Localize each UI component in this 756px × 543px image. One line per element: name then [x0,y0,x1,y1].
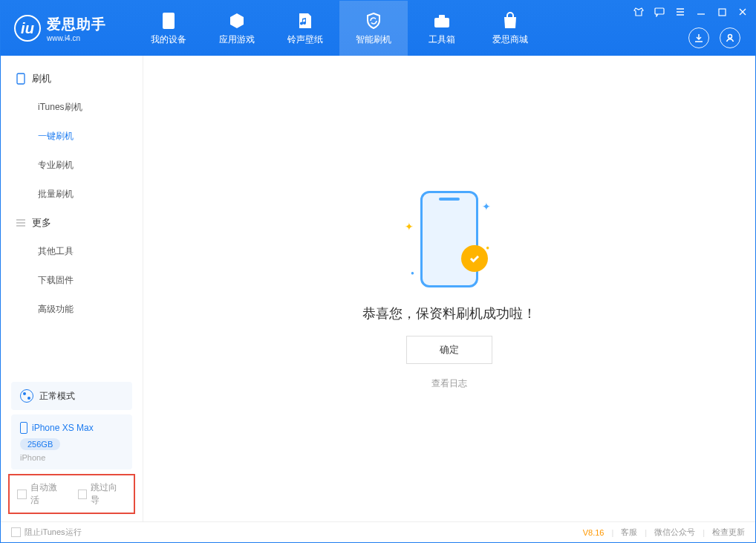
sidebar-item-itunes-flash[interactable]: iTunes刷机 [1,93,143,122]
shield-refresh-icon [364,11,383,30]
sparkle-icon: ✦ [405,221,414,233]
nav-tab-toolbox[interactable]: 工具箱 [408,1,476,56]
checkbox-label: 阻止iTunes运行 [25,527,82,538]
svg-rect-1 [434,18,449,27]
sidebar-item-batch-flash[interactable]: 批量刷机 [1,180,143,209]
footer-link-update[interactable]: 检查更新 [712,527,745,538]
menu-icon[interactable] [674,5,687,19]
svg-point-5 [729,35,732,39]
bag-icon [501,11,520,30]
group-title: 刷机 [32,72,51,85]
sidebar-group-flash: 刷机 [1,65,143,93]
phone-icon [16,74,26,84]
version-label: V8.16 [583,528,605,537]
nav-tab-flash[interactable]: 智能刷机 [339,1,408,56]
ok-button[interactable]: 确定 [406,336,492,364]
nav-label: 爱思商城 [492,33,528,46]
device-icon [159,11,178,30]
svg-rect-0 [163,13,175,29]
svg-rect-2 [439,15,445,19]
phone-mini-icon [20,422,27,434]
svg-rect-6 [17,74,25,84]
mode-icon [20,389,33,403]
list-icon [16,218,26,228]
header-actions [688,27,740,48]
app-subtitle: www.i4.cn [47,34,106,42]
nav-label: 工具箱 [428,33,455,46]
footer-link-support[interactable]: 客服 [621,527,637,538]
close-button[interactable] [736,5,749,19]
device-name: iPhone XS Max [32,423,94,433]
sidebar-group-more: 更多 [1,209,143,237]
nav-tab-store[interactable]: 爱思商城 [476,1,544,56]
footer-link-wechat[interactable]: 微信公众号 [654,527,695,538]
sidebar-item-download-firmware[interactable]: 下载固件 [1,266,143,295]
logo-icon: iu [14,15,41,42]
nav-label: 铃声壁纸 [287,33,323,46]
toolbox-icon [432,11,452,30]
feedback-icon[interactable] [653,5,666,19]
device-storage-badge: 256GB [20,438,60,450]
svg-rect-3 [655,8,664,14]
main-content: ✦ ✦ ● ● 恭喜您，保资料刷机成功啦！ 确定 查看日志 [143,56,755,521]
nav-tabs: 我的设备 应用游戏 铃声壁纸 智能刷机 工具箱 爱思商城 [134,1,544,56]
sidebar: 刷机 iTunes刷机 一键刷机 专业刷机 批量刷机 更多 其他工具 下载固件 … [1,56,143,521]
success-message: 恭喜您，保资料刷机成功啦！ [362,305,536,322]
checkbox-auto-activate[interactable]: 自动激活 [17,481,66,507]
checkbox-label: 自动激活 [30,481,66,507]
user-button[interactable] [720,27,740,48]
checkbox-box [17,490,27,499]
minimize-button[interactable] [694,5,708,19]
checkbox-box [11,527,21,537]
download-button[interactable] [688,27,709,48]
check-badge-icon [461,245,488,272]
sparkle-icon: ● [411,270,414,276]
nav-label: 我的设备 [151,33,186,46]
success-illustration: ✦ ✦ ● ● [397,187,501,291]
app-logo: iu 爱思助手 www.i4.cn [1,15,120,42]
checkbox-skip-guide[interactable]: 跳过向导 [78,481,127,507]
shirt-icon[interactable] [632,5,645,19]
device-card[interactable]: iPhone XS Max 256GB iPhone [11,414,132,469]
checkbox-block-itunes[interactable]: 阻止iTunes运行 [11,527,82,538]
sparkle-icon: ● [486,244,489,251]
app-title: 爱思助手 [47,15,106,34]
nav-tab-apps-games[interactable]: 应用游戏 [203,1,271,56]
highlighted-checkbox-row: 自动激活 跳过向导 [8,474,135,514]
nav-tab-ringtones[interactable]: 铃声壁纸 [271,1,339,56]
mode-label: 正常模式 [39,390,75,403]
phone-illustration [420,191,478,287]
nav-tab-my-device[interactable]: 我的设备 [134,1,203,56]
checkbox-label: 跳过向导 [91,481,126,507]
checkbox-box [78,490,88,499]
maximize-button[interactable] [715,5,729,19]
cube-icon [227,11,247,30]
svg-rect-4 [719,9,726,16]
sparkle-icon: ✦ [482,201,491,212]
window-controls [632,5,749,19]
sidebar-item-advanced[interactable]: 高级功能 [1,295,143,324]
header-bar: iu 爱思助手 www.i4.cn 我的设备 应用游戏 铃声壁纸 智能刷机 工具… [1,1,755,56]
sidebar-item-one-click-flash[interactable]: 一键刷机 [1,122,143,151]
footer-bar: 阻止iTunes运行 V8.16 | 客服 | 微信公众号 | 检查更新 [1,521,755,542]
mode-card[interactable]: 正常模式 [11,382,132,410]
nav-label: 智能刷机 [356,33,391,46]
sidebar-item-pro-flash[interactable]: 专业刷机 [1,151,143,180]
group-title: 更多 [32,216,51,230]
nav-label: 应用游戏 [219,33,255,46]
device-type: iPhone [20,453,123,462]
sidebar-item-other-tools[interactable]: 其他工具 [1,237,143,266]
music-file-icon [296,11,315,30]
view-log-link[interactable]: 查看日志 [431,377,467,390]
